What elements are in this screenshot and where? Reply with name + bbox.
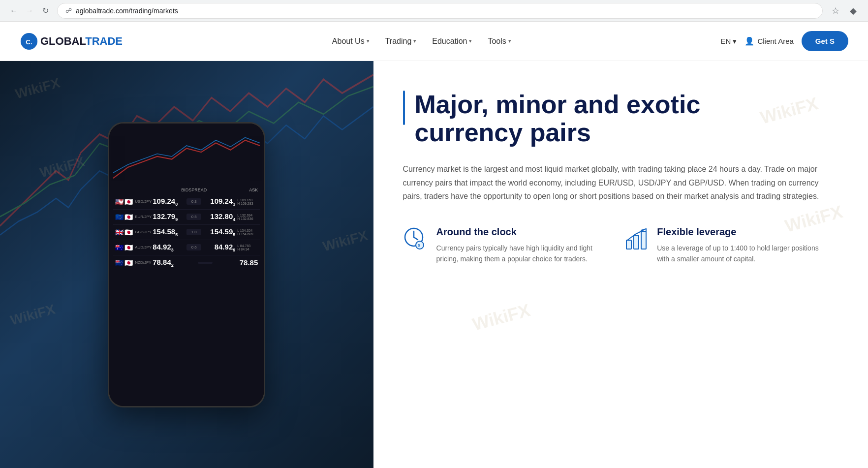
browser-nav-buttons: ← → ↻	[8, 5, 51, 17]
phone-row-nzdjpy: 🇳🇿🇯🇵 NZD/JPY 78.842 78.85	[113, 255, 260, 270]
feature-around-the-clock: $ Around the clock Currency pairs typica…	[403, 226, 608, 265]
section-title: Major, minor and exotic currency pairs	[403, 91, 829, 147]
main-content: WikiFX WikiFX WikiFX WikiFX BID	[0, 61, 868, 468]
feature-1-desc: Currency pairs typically have high liqui…	[436, 243, 608, 265]
nav-item-tools[interactable]: Tools ▾	[488, 37, 511, 46]
phone-container: BID SPREAD ASK 🇺🇸🇯🇵 USD/JPY 109.240 0.3 …	[0, 61, 373, 468]
section-accent-bar	[403, 91, 405, 125]
section-description: Currency market is the largest and most …	[403, 162, 829, 203]
svg-text:$: $	[418, 243, 420, 248]
phone-table-header: BID SPREAD ASK	[113, 187, 260, 194]
phone-chart-area	[113, 129, 260, 184]
language-selector[interactable]: EN ▾	[721, 37, 737, 46]
image-section: WikiFX WikiFX WikiFX WikiFX BID	[0, 61, 373, 468]
browser-toolbar: ← → ↻ ☍ aglobaltrade.com/trading/markets…	[0, 0, 868, 22]
browser-back-button[interactable]: ←	[8, 5, 20, 17]
content-section: WikiFX WikiFX WikiFX Major, minor and ex…	[373, 61, 868, 468]
chevron-down-icon: ▾	[413, 38, 416, 44]
chevron-down-icon: ▾	[367, 38, 370, 44]
site-header: C. GLOBALTRADE About Us ▾ Trading ▾ E	[0, 22, 868, 61]
main-nav: About Us ▾ Trading ▾ Education ▾ Tools	[332, 37, 511, 46]
chevron-down-icon: ▾	[469, 38, 472, 44]
address-bar[interactable]: ☍ aglobaltrade.com/trading/markets	[57, 3, 823, 19]
logo-icon: C.	[20, 32, 38, 51]
flags-usdjpy: 🇺🇸🇯🇵	[115, 198, 135, 206]
bookmark-icon[interactable]: ☆	[829, 4, 842, 18]
nav-item-education[interactable]: Education ▾	[432, 37, 472, 46]
feature-2-title: Flexible leverage	[657, 226, 829, 238]
svg-rect-7	[641, 231, 646, 249]
feature-2-desc: Use a leverage of up to 1:400 to hold la…	[657, 243, 829, 265]
feature-1-title: Around the clock	[436, 226, 608, 238]
svg-text:C.: C.	[26, 38, 32, 45]
security-icon: ☍	[65, 7, 72, 14]
phone-row-gbpjpy: 🇬🇧🇯🇵 GBP/JPY 154.585 1.0 154.595 L 154.3…	[113, 225, 260, 240]
nav-item-trading[interactable]: Trading ▾	[385, 37, 417, 46]
chevron-down-icon: ▾	[733, 37, 737, 46]
phone-row-usdjpy: 🇺🇸🇯🇵 USD/JPY 109.240 0.3 109.243 L 109.1…	[113, 194, 260, 210]
svg-rect-6	[634, 235, 639, 249]
nav-link-tools[interactable]: Tools ▾	[488, 37, 511, 46]
phone-row-audjpy: 🇦🇺🇯🇵 AUD/JPY 84.923 0.6 84.929 L 84.783 …	[113, 240, 260, 255]
phone-mockup: BID SPREAD ASK 🇺🇸🇯🇵 USD/JPY 109.240 0.3 …	[108, 122, 265, 407]
browser-forward-button[interactable]: →	[24, 5, 35, 17]
feature-flexible-leverage: Flexible leverage Use a leverage of up t…	[623, 226, 829, 265]
browser-actions: ☆ ◆	[829, 4, 860, 18]
user-icon: 👤	[744, 36, 754, 46]
nav-link-education[interactable]: Education ▾	[432, 37, 472, 46]
phone-row-eurjpy: 🇪🇺🇯🇵 EUR/JPY 132.799 0.5 132.804 L 132.6…	[113, 210, 260, 225]
clock-icon: $	[403, 226, 429, 252]
client-area-button[interactable]: 👤 Client Area	[744, 36, 793, 46]
logo-text: GLOBALTRADE	[40, 35, 123, 48]
chevron-down-icon: ▾	[508, 38, 511, 44]
get-started-button[interactable]: Get S	[802, 31, 848, 51]
nav-link-about[interactable]: About Us ▾	[332, 37, 370, 46]
browser-refresh-button[interactable]: ↻	[39, 5, 51, 17]
logo-link[interactable]: C. GLOBALTRADE	[20, 32, 123, 51]
svg-rect-5	[626, 240, 631, 249]
watermark-right-3: WikiFX	[470, 300, 532, 335]
phone-screen: BID SPREAD ASK 🇺🇸🇯🇵 USD/JPY 109.240 0.3 …	[109, 124, 264, 406]
nav-link-trading[interactable]: Trading ▾	[385, 37, 417, 46]
chart-bar-icon	[623, 226, 649, 252]
features-grid: $ Around the clock Currency pairs typica…	[403, 226, 829, 265]
nav-item-about[interactable]: About Us ▾	[332, 37, 370, 46]
extensions-icon[interactable]: ◆	[846, 4, 860, 18]
url-text: aglobaltrade.com/trading/markets	[76, 7, 814, 15]
header-actions: EN ▾ 👤 Client Area Get S	[721, 31, 848, 51]
